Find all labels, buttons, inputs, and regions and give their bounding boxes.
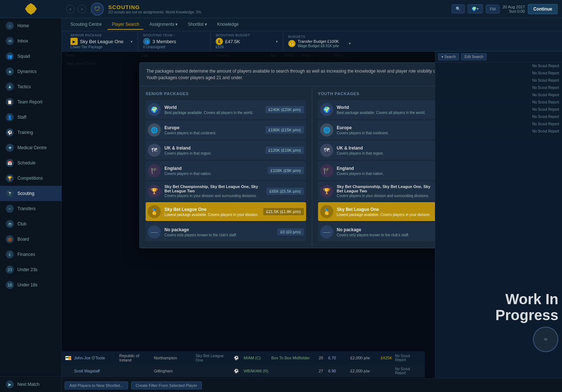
tab-player-search[interactable]: Player Search bbox=[107, 20, 143, 30]
budget-value: £47.5K bbox=[225, 39, 240, 44]
home-icon: ⌂ bbox=[6, 22, 14, 30]
forward-button[interactable]: › bbox=[78, 5, 86, 13]
tab-assignments[interactable]: Assignments ▾ bbox=[145, 20, 182, 30]
senior-england-price[interactable]: £108K (£9K p/m) bbox=[268, 167, 304, 174]
youth-europe-name: Europe bbox=[337, 125, 434, 130]
sidebar-item-under18[interactable]: 18 Under 18s bbox=[0, 277, 61, 293]
sidebar-item-nextmatch[interactable]: ▶ Next Match bbox=[0, 377, 61, 392]
sidebar-item-home[interactable]: ⌂ Home bbox=[0, 18, 61, 33]
continue-button[interactable]: Continue bbox=[528, 4, 558, 14]
youth-multileague-desc: Covers players in your division and surr… bbox=[337, 194, 435, 198]
senior-world-price[interactable]: £240K (£20K p/m) bbox=[265, 106, 304, 113]
page-subtitle: 2/2 scouts are out on assignments. World… bbox=[108, 10, 201, 14]
senior-europe-row[interactable]: 🌐 Europe Covers players in that continen… bbox=[146, 121, 306, 139]
edit-search-btn[interactable]: Edit Search bbox=[461, 53, 486, 60]
wage-budget: Wage Budget £8.91K p/w bbox=[298, 44, 339, 48]
youth-league1-name: Sky Bet League One bbox=[337, 207, 432, 212]
senior-europe-desc: Covers players in that continent. bbox=[164, 131, 262, 135]
budgets-dropdown-icon[interactable]: ▾ bbox=[349, 41, 351, 45]
scout-report-6: No Scout Report bbox=[435, 99, 562, 106]
sidebar-item-finances[interactable]: £ Finances bbox=[0, 247, 61, 262]
tab-shortlist[interactable]: Shortlist ▾ bbox=[183, 20, 211, 30]
topbar: ‹ › 🛡 SCOUTING 2/2 scouts are out on ass… bbox=[62, 0, 562, 18]
sidebar-label-under18: Under 18s bbox=[17, 282, 37, 287]
youth-europe-desc: Covers players in that continent. bbox=[337, 131, 434, 135]
back-button[interactable]: ‹ bbox=[66, 5, 75, 13]
sidebar-item-squad[interactable]: 👥 Squad bbox=[0, 49, 61, 64]
senior-nopackage-desc: Covers only players known to the club's … bbox=[164, 233, 274, 237]
england-icon: 🏴 bbox=[148, 164, 161, 177]
sidebar-item-competitions[interactable]: 🏆 Competitions bbox=[0, 171, 61, 186]
create-filter-button[interactable]: Create Filter From Selected Player bbox=[131, 381, 202, 389]
senior-europe-price[interactable]: £180K (£15K p/m) bbox=[265, 126, 304, 134]
sidebar-label-dynamics: Dynamics bbox=[17, 69, 37, 74]
senior-league1-row[interactable]: 🥇 Sky Bet League One Lowest package avai… bbox=[146, 202, 306, 221]
player1-value: £425K bbox=[373, 356, 392, 360]
sidebar-label-teamreport: Team Report bbox=[17, 99, 42, 105]
sidebar-label-finances: Finances bbox=[17, 252, 35, 257]
senior-world-row[interactable]: 🌍 World Best package available. Covers a… bbox=[146, 100, 306, 119]
senior-league1-price[interactable]: £21.5K (£1.8K p/m) bbox=[263, 208, 304, 215]
sidebar-item-tactics[interactable]: ♟ Tactics bbox=[0, 79, 61, 94]
scout-report-10: No Scout Report bbox=[435, 128, 562, 135]
sidebar-item-schedule[interactable]: 📅 Schedule bbox=[0, 155, 61, 171]
world-button[interactable]: 🌍▾ bbox=[468, 4, 483, 13]
budget-dropdown-icon[interactable]: ▾ bbox=[276, 40, 278, 44]
youth-world-info: World Best package available. Covers all… bbox=[337, 105, 434, 115]
sidebar-item-training[interactable]: ⚽ Training bbox=[0, 125, 61, 140]
wip-area: Work InProgress SI bbox=[496, 291, 558, 352]
player1-role: M/AM (C) bbox=[244, 356, 268, 360]
sidebar-item-dynamics[interactable]: ◈ Dynamics bbox=[0, 64, 61, 79]
sidebar-item-staff[interactable]: 👤 Staff bbox=[0, 110, 61, 125]
subnav: Scouting Centre Player Search Assignment… bbox=[62, 18, 562, 31]
senior-nopackage-info: No package Covers only players known to … bbox=[164, 227, 274, 237]
youth-league1-desc: Lowest package available. Covers players… bbox=[337, 213, 432, 217]
sports-interactive-logo: SI bbox=[533, 327, 558, 352]
package-dropdown-icon[interactable]: ▾ bbox=[131, 40, 133, 44]
sidebar-item-board[interactable]: 💼 Board bbox=[0, 232, 61, 247]
youth-uk-name: UK & Ireland bbox=[337, 146, 434, 151]
tab-knowledge[interactable]: Knowledge bbox=[213, 20, 243, 30]
club-icon: 🏟 bbox=[6, 220, 14, 228]
search-button[interactable]: 🔍 bbox=[452, 4, 465, 13]
budgets-icon: 💰 bbox=[288, 40, 296, 47]
sidebar-item-inbox[interactable]: ✉ Inbox bbox=[0, 33, 61, 49]
youth-league1-info: Sky Bet League One Lowest package availa… bbox=[337, 207, 432, 217]
wip-text: Work InProgress bbox=[496, 291, 558, 323]
senior-uk-price[interactable]: £120K (£10K p/m) bbox=[265, 147, 304, 154]
sidebar-item-scouting[interactable]: 🔭 Scouting bbox=[0, 186, 61, 201]
senior-uk-row[interactable]: 🗺 UK & Ireland Covers players in that re… bbox=[146, 141, 306, 160]
player1-role-icon: ⚽ bbox=[234, 356, 241, 360]
fm-button[interactable]: FM bbox=[486, 5, 500, 13]
youth-england-name: England bbox=[337, 166, 436, 171]
tab-scouting-centre[interactable]: Scouting Centre bbox=[66, 20, 106, 30]
senior-england-row[interactable]: 🏴 England Covers players in that nation.… bbox=[146, 161, 306, 180]
sidebar-item-under23[interactable]: 23 Under 23s bbox=[0, 262, 61, 277]
scout-report-4: No Scout Report bbox=[435, 84, 562, 91]
player2-age: 27 bbox=[317, 369, 325, 373]
team-crest: 🛡 bbox=[91, 3, 104, 16]
sidebar-item-medical[interactable]: ✚ Medical Centre bbox=[0, 140, 61, 155]
team-value-row: 👥 3 Members bbox=[143, 38, 205, 45]
add-to-shortlist-button[interactable]: Add Players to New Shortlist... bbox=[65, 381, 128, 389]
senior-multileague-price[interactable]: £65K (£5.5K p/m) bbox=[266, 188, 304, 195]
sidebar-item-transfers[interactable]: ↔ Transfers bbox=[0, 201, 61, 216]
sidebar-item-club[interactable]: 🏟 Club bbox=[0, 216, 61, 232]
youth-uk-info: UK & Ireland Covers players in that regi… bbox=[337, 146, 434, 155]
page-title: SCOUTING bbox=[108, 4, 201, 10]
senior-nopackage-row[interactable]: — No package Covers only players known t… bbox=[146, 222, 306, 241]
senior-nopackage-price[interactable]: £0 (£0 p/m) bbox=[277, 228, 304, 236]
senior-uk-name: UK & Ireland bbox=[164, 146, 262, 151]
youth-multileague-icon: 🏆 bbox=[320, 185, 333, 198]
player1-nation: Republic of Ireland bbox=[119, 354, 151, 362]
dynamics-icon: ◈ bbox=[6, 68, 14, 75]
budgets-value-row: 💰 Transfer Budget £100K Wage Budget £8.9… bbox=[288, 39, 351, 48]
sidebar-item-teamreport[interactable]: 📋 Team Report bbox=[0, 94, 61, 110]
senior-multileague-row[interactable]: 🏆 Sky Bet Championship, Sky Bet League O… bbox=[146, 181, 306, 201]
player1-age: 28 bbox=[317, 356, 325, 360]
fm-logo-icon bbox=[25, 3, 37, 15]
player-search-btn[interactable]: ▾ Search bbox=[438, 53, 459, 60]
senior-europe-info: Europe Covers players in that continent. bbox=[164, 125, 262, 135]
youth-world-icon: 🌍 bbox=[320, 103, 333, 116]
inbox-icon: ✉ bbox=[6, 37, 14, 45]
